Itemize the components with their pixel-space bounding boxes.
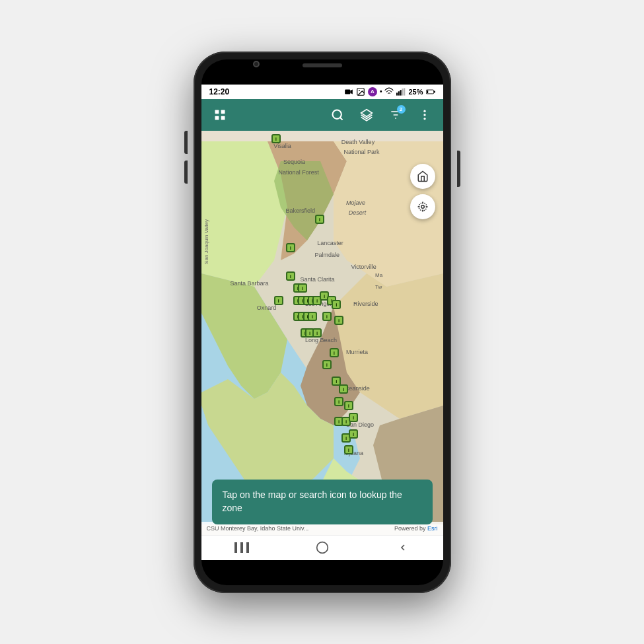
map-pin[interactable] <box>271 134 281 143</box>
map-pin[interactable] <box>315 215 324 224</box>
wifi-icon <box>384 87 394 96</box>
map-pin[interactable] <box>312 328 322 338</box>
volume-up-button[interactable] <box>184 131 188 154</box>
map-pin[interactable] <box>349 413 358 422</box>
map-pin[interactable] <box>286 243 295 252</box>
filter-badge: 2 <box>397 105 406 114</box>
grid-icon <box>213 108 227 122</box>
svg-point-23 <box>423 114 425 116</box>
map-pin[interactable] <box>332 300 341 309</box>
more-icon <box>418 108 431 122</box>
location-icon <box>417 201 429 213</box>
svg-marker-1 <box>350 89 353 94</box>
map-pin[interactable] <box>322 312 332 321</box>
layers-icon <box>360 108 373 122</box>
home-button[interactable] <box>309 538 336 557</box>
phone-speaker <box>303 63 342 67</box>
svg-line-17 <box>340 117 342 120</box>
svg-rect-45 <box>240 542 243 553</box>
volume-down-button[interactable] <box>184 161 188 184</box>
home-map-button[interactable] <box>410 164 435 189</box>
svg-rect-0 <box>345 89 350 94</box>
map-pin[interactable] <box>344 401 353 410</box>
bottom-nav <box>201 535 443 560</box>
back-icon <box>398 542 408 553</box>
filter-button[interactable]: 2 <box>382 102 409 128</box>
svg-point-16 <box>332 110 341 118</box>
svg-rect-15 <box>221 116 225 120</box>
status-icons: A • 25% <box>344 87 435 96</box>
phone-device: 12:20 A • <box>194 52 451 593</box>
recents-button[interactable] <box>229 538 255 557</box>
svg-point-38 <box>421 205 424 208</box>
map-pin[interactable] <box>322 360 332 369</box>
app-bar: 2 <box>201 99 443 131</box>
svg-point-3 <box>359 90 360 91</box>
dot-indicator: • <box>380 88 382 95</box>
map-pin[interactable] <box>286 271 295 281</box>
battery-icon <box>426 87 435 96</box>
status-time: 12:20 <box>209 87 230 96</box>
video-icon <box>344 87 353 96</box>
toast-message: Tap on the map or search icon to lookup … <box>212 480 433 524</box>
map-container[interactable]: Visalia Sequoia National Forest Death Va… <box>201 131 443 535</box>
status-bar: 12:20 A • <box>201 85 443 99</box>
svg-rect-44 <box>234 542 237 553</box>
home-nav-icon <box>316 541 329 554</box>
layers-button[interactable] <box>353 102 380 128</box>
search-icon <box>331 108 344 122</box>
recents-icon <box>234 542 249 553</box>
location-button[interactable] <box>410 194 435 219</box>
battery-percent: 25% <box>408 88 423 96</box>
map-pin[interactable] <box>298 283 307 293</box>
app-notification-icon: A <box>368 87 377 96</box>
svg-rect-12 <box>215 110 219 114</box>
svg-rect-4 <box>396 92 398 95</box>
search-button[interactable] <box>324 102 351 128</box>
svg-rect-7 <box>402 89 404 96</box>
map-pin[interactable] <box>339 384 348 394</box>
image-icon <box>356 87 365 96</box>
map-pin[interactable] <box>274 296 283 305</box>
phone-screen: 12:20 A • <box>201 59 443 585</box>
signal-icon <box>396 87 406 96</box>
svg-rect-11 <box>433 90 435 92</box>
map-pin[interactable] <box>349 429 358 439</box>
map-pin[interactable] <box>344 445 353 454</box>
svg-rect-14 <box>215 116 219 120</box>
svg-rect-8 <box>404 88 406 95</box>
home-icon <box>417 170 429 182</box>
svg-point-47 <box>316 542 328 554</box>
svg-rect-5 <box>398 91 400 95</box>
back-button[interactable] <box>390 538 416 557</box>
menu-button[interactable] <box>207 102 233 128</box>
phone-camera <box>253 61 260 67</box>
map-pin[interactable] <box>308 312 317 321</box>
svg-rect-46 <box>246 542 249 553</box>
map-pin[interactable] <box>334 316 343 325</box>
screen-content: 12:20 A • <box>201 85 443 560</box>
svg-point-22 <box>423 110 425 112</box>
svg-rect-10 <box>426 90 427 92</box>
svg-point-24 <box>423 118 425 120</box>
svg-rect-13 <box>221 110 225 114</box>
attribution-text: CSU Monterey Bay, Idaho State Univ... <box>207 525 309 532</box>
more-button[interactable] <box>411 102 438 128</box>
svg-point-39 <box>419 203 427 211</box>
map-svg <box>201 131 443 535</box>
power-button[interactable] <box>457 151 460 187</box>
map-pin[interactable] <box>330 348 339 357</box>
map-pin[interactable] <box>334 397 343 406</box>
powered-by-text: Powered by Esri <box>394 525 438 532</box>
svg-rect-6 <box>400 90 402 95</box>
